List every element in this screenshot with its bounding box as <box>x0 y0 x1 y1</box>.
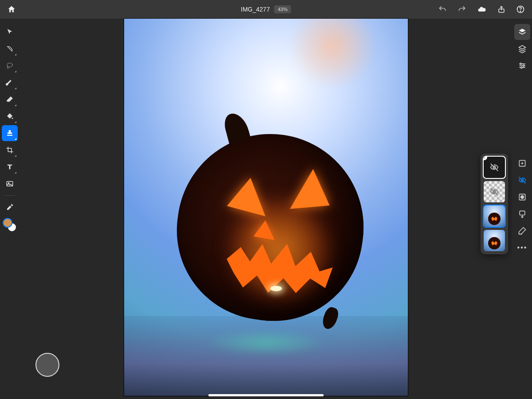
merge-down-button[interactable] <box>514 206 530 222</box>
add-layer-button[interactable] <box>514 155 530 171</box>
svg-point-11 <box>523 65 524 66</box>
layer-thumb-4[interactable] <box>484 230 505 251</box>
text-layer-badge: T <box>484 157 487 160</box>
layer-thumb-2[interactable] <box>484 181 505 202</box>
canvas-illustration <box>288 19 377 90</box>
help-button[interactable] <box>516 5 525 14</box>
home-button[interactable] <box>7 5 16 14</box>
color-swatches[interactable] <box>3 218 17 232</box>
undo-button[interactable] <box>438 5 447 14</box>
canvas-illustration <box>124 316 408 396</box>
layers-thumbnail-panel[interactable]: T <box>481 154 508 254</box>
separator <box>4 195 15 196</box>
svg-rect-17 <box>520 211 525 215</box>
visibility-button[interactable] <box>514 172 530 188</box>
canvas-illustration <box>177 134 364 320</box>
right-toolbar: ••• <box>512 19 532 399</box>
svg-point-12 <box>521 67 522 68</box>
app-root: IMG_4277 43% <box>0 0 532 399</box>
home-indicator[interactable] <box>208 394 324 396</box>
svg-point-2 <box>520 11 520 12</box>
lasso-tool[interactable] <box>2 58 18 74</box>
layers-panel-button[interactable] <box>514 24 530 40</box>
brush-cursor-preview <box>35 353 59 377</box>
visibility-off-icon <box>489 187 499 197</box>
redo-button[interactable] <box>458 5 466 14</box>
foreground-color-swatch[interactable] <box>3 218 12 228</box>
canvas-illustration <box>204 329 328 356</box>
svg-point-10 <box>520 63 521 64</box>
svg-point-4 <box>12 118 13 119</box>
fill-tool[interactable] <box>2 108 18 124</box>
svg-point-16 <box>521 196 524 199</box>
zoom-badge[interactable]: 43% <box>274 5 291 13</box>
image-tool[interactable] <box>2 176 18 192</box>
share-button[interactable] <box>497 5 505 14</box>
adjustments-button[interactable] <box>514 41 530 57</box>
stamp-tool[interactable] <box>2 125 18 141</box>
document-title: IMG_4277 <box>241 6 270 13</box>
properties-button[interactable] <box>514 58 530 74</box>
transform-tool[interactable] <box>2 41 18 57</box>
crop-tool[interactable] <box>2 142 18 158</box>
svg-point-3 <box>7 63 12 67</box>
more-button[interactable]: ••• <box>514 240 530 256</box>
canvas-area <box>20 19 512 399</box>
layer-thumb-1[interactable]: T <box>484 157 505 178</box>
cloud-button[interactable] <box>477 5 487 14</box>
eyedropper-tool[interactable] <box>2 199 18 215</box>
document-canvas[interactable] <box>124 19 408 396</box>
eraser-tool[interactable] <box>2 91 18 107</box>
left-toolbar <box>0 19 20 399</box>
brush-tool[interactable] <box>2 75 18 91</box>
mask-button[interactable] <box>514 189 530 205</box>
move-tool[interactable] <box>2 24 18 40</box>
visibility-off-icon <box>489 162 499 172</box>
clear-button[interactable] <box>514 223 530 239</box>
text-tool[interactable] <box>2 159 18 175</box>
top-bar: IMG_4277 43% <box>0 0 532 19</box>
layer-thumb-3[interactable] <box>484 205 505 227</box>
